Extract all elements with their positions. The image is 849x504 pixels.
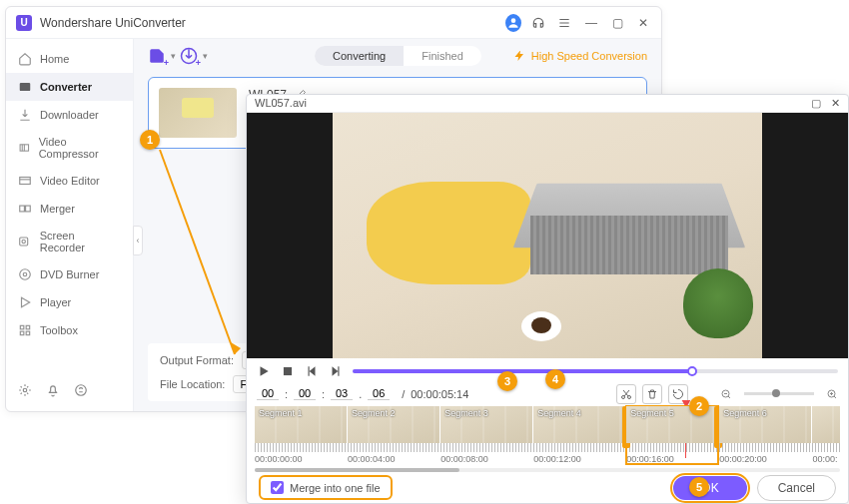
merge-label: Merge into one file [290,482,381,494]
sidebar-label: Screen Recorder [40,230,121,253]
sidebar-item-editor[interactable]: Video Editor [6,167,133,195]
callout-3: 3 [497,371,517,391]
svg-point-9 [23,272,27,276]
media-thumbnail [159,88,237,138]
headset-icon[interactable] [531,16,547,30]
app-title: Wondershare UniConverter [40,16,505,30]
video-preview [247,113,848,358]
annotation-arrow [155,145,245,364]
callout-2: 2 [689,396,709,416]
svg-rect-4 [20,206,25,212]
stop-button[interactable] [281,364,295,378]
zoom-slider[interactable] [744,392,814,395]
bell-icon[interactable] [46,383,60,397]
svg-rect-3 [20,178,31,185]
sidebar-label: Player [40,296,71,308]
feedback-icon[interactable] [74,383,88,397]
sidebar: Home Converter Downloader Video Compress… [6,39,134,411]
time-mm[interactable] [294,387,316,400]
svg-rect-5 [26,206,31,212]
next-frame-button[interactable] [329,364,343,378]
user-avatar-icon[interactable] [505,14,521,32]
svg-rect-1 [20,83,31,91]
app-logo: U [16,15,32,31]
add-folder-button[interactable]: +▾ [180,47,198,65]
segment[interactable]: Segment 200:00:04:00 [348,406,439,464]
sidebar-item-dvd[interactable]: DVD Burner [6,260,133,288]
svg-point-8 [20,269,31,280]
editor-maximize-button[interactable]: ▢ [811,97,821,110]
sidebar-label: Video Compressor [39,136,121,160]
minimize-button[interactable]: — [583,16,599,30]
sidebar-item-merger[interactable]: Merger [6,195,133,223]
segment[interactable]: Segment 100:00:00:00 [255,406,347,464]
segment[interactable]: 00:00: [812,406,840,464]
tab-converting[interactable]: Converting [315,46,404,66]
segment[interactable]: Segment 600:00:20:00 [719,406,811,464]
time-hh[interactable] [257,387,279,400]
svg-point-0 [511,18,516,23]
settings-icon[interactable] [18,383,32,397]
zoom-out-icon[interactable] [720,388,732,400]
editor-title: WL057.avi [255,97,307,109]
svg-rect-12 [26,325,30,329]
timeline[interactable]: Segment 100:00:00:00 Segment 200:00:04:0… [247,404,848,464]
sidebar-item-player[interactable]: Player [6,288,133,316]
sidebar-item-downloader[interactable]: Downloader [6,101,133,129]
sidebar-label: Downloader [40,109,99,121]
total-time: 00:00:05:14 [411,388,468,400]
svg-rect-11 [20,325,24,329]
add-file-button[interactable]: +▾ [148,47,166,65]
lightning-icon [513,50,525,62]
trim-editor-window: WL057.avi ▢ ✕ : : . / 00:00:05:14 Segmen… [246,94,849,504]
sidebar-label: Home [40,53,69,65]
close-button[interactable]: ✕ [635,16,651,30]
svg-rect-13 [20,331,24,335]
svg-rect-20 [284,367,292,375]
time-row: : : . / 00:00:05:14 [247,384,848,404]
sidebar-item-recorder[interactable]: Screen Recorder [6,223,133,260]
merge-checkbox[interactable] [271,481,284,494]
timeline-scrollbar[interactable] [255,468,840,473]
high-speed-toggle[interactable]: High Speed Conversion [513,50,647,62]
svg-point-7 [22,240,25,243]
seek-bar[interactable] [353,369,838,373]
play-button[interactable] [257,364,271,378]
merge-checkbox-container[interactable]: Merge into one file [259,475,393,500]
segment[interactable]: Segment 300:00:08:00 [440,406,532,464]
time-ss[interactable] [331,387,353,400]
editor-close-button[interactable]: ✕ [831,97,840,110]
toolbar: +▾ +▾ Converting Finished High Speed Con… [134,39,661,73]
sidebar-item-compressor[interactable]: Video Compressor [6,129,133,167]
sidebar-label: Toolbox [40,324,78,336]
svg-marker-10 [22,297,30,306]
hs-label: High Speed Conversion [531,50,647,62]
cut-button[interactable] [616,384,636,404]
sidebar-item-converter[interactable]: Converter [6,73,133,101]
prev-frame-button[interactable] [305,364,319,378]
delete-button[interactable] [642,384,662,404]
cancel-button[interactable]: Cancel [757,475,836,501]
collapse-sidebar-button[interactable]: ‹ [133,226,143,255]
sidebar-label: Converter [40,81,92,93]
maximize-button[interactable]: ▢ [609,16,625,30]
sidebar-label: Merger [40,203,75,215]
callout-5: 5 [689,477,709,497]
tab-finished[interactable]: Finished [404,46,481,66]
sidebar-label: DVD Burner [40,268,99,280]
callout-4: 4 [545,369,565,389]
time-ff[interactable] [368,387,390,400]
ok-button[interactable]: OK [673,476,746,500]
menu-icon[interactable] [557,16,573,30]
callout-1: 1 [140,130,160,150]
status-tabs: Converting Finished [315,46,481,66]
sidebar-item-home[interactable]: Home [6,45,133,73]
file-location-label: File Location: [160,378,225,390]
segment[interactable]: Segment 400:00:12:00 [533,406,625,464]
sidebar-label: Video Editor [40,175,100,187]
sidebar-footer [6,375,133,405]
titlebar: U Wondershare UniConverter — ▢ ✕ [6,7,661,39]
sidebar-item-toolbox[interactable]: Toolbox [6,316,133,344]
zoom-in-icon[interactable] [826,388,838,400]
editor-footer: Merge into one file OK Cancel [247,472,848,503]
